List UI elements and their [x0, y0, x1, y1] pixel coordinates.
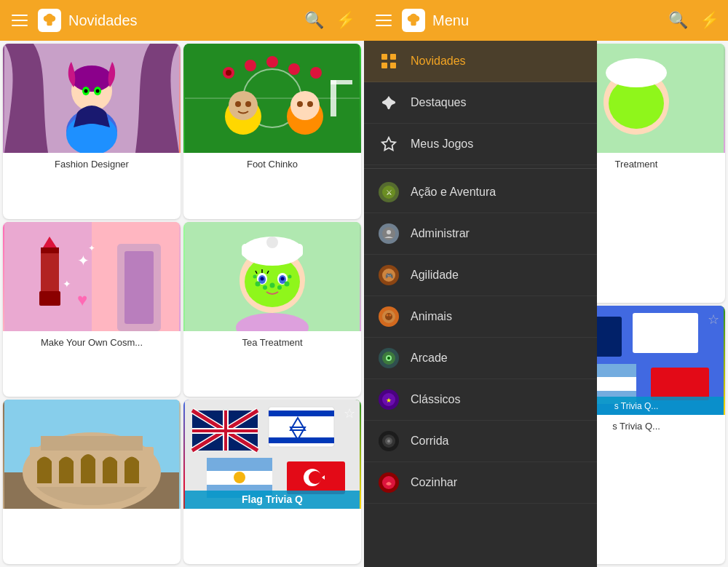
- favorite-icon-flags[interactable]: ☆: [344, 405, 355, 421]
- menu-divider-1: [364, 168, 597, 169]
- game-title-rome: [3, 509, 181, 520]
- menu-icon-administrar: [379, 223, 399, 244]
- svg-point-122: [387, 230, 391, 234]
- menu-label-meus-jogos: Meus Jogos: [411, 138, 473, 151]
- svg-rect-114: [381, 54, 387, 60]
- svg-point-128: [389, 314, 392, 317]
- svg-text:✦: ✦: [88, 243, 95, 253]
- lightning-icon-left[interactable]: ⚡: [336, 11, 355, 30]
- menu-label-destaques: Destaques: [411, 96, 467, 109]
- game-image-tea: [183, 222, 361, 331]
- app-logo-left: [38, 9, 61, 32]
- lightning-icon-right[interactable]: ⚡: [700, 11, 719, 30]
- svg-point-15: [266, 56, 278, 68]
- menu-label-administrar: Administrar: [411, 227, 470, 240]
- menu-item-arcade[interactable]: Arcade: [364, 338, 597, 379]
- svg-text:★: ★: [386, 397, 392, 404]
- left-panel: Novidades 🔍 ⚡: [0, 0, 364, 567]
- game-card-foot[interactable]: Foot Chinko: [183, 44, 361, 219]
- svg-point-50: [281, 277, 285, 280]
- svg-rect-116: [381, 63, 387, 68]
- game-card-fashion[interactable]: Fashion Designer: [3, 44, 181, 219]
- menu-icon-agilidade: 🎮: [379, 265, 399, 285]
- left-header: Novidades 🔍 ⚡: [0, 0, 364, 41]
- game-card-flags[interactable]: ☆: [183, 400, 361, 564]
- svg-point-16: [288, 63, 300, 75]
- left-header-title: Novidades: [68, 12, 297, 29]
- svg-point-24: [297, 101, 303, 107]
- menu-item-destaques[interactable]: Destaques: [364, 82, 597, 124]
- hamburger-menu-right[interactable]: [373, 12, 395, 29]
- svg-point-56: [270, 282, 275, 288]
- svg-rect-78: [192, 429, 258, 432]
- svg-point-59: [253, 274, 257, 278]
- menu-item-administrar[interactable]: Administrar: [364, 213, 597, 255]
- left-header-icons: 🔍 ⚡: [304, 11, 355, 30]
- svg-point-4: [71, 66, 112, 92]
- svg-rect-31: [39, 291, 60, 306]
- menu-item-corrida[interactable]: Corrida: [364, 421, 597, 462]
- svg-point-131: [387, 357, 390, 360]
- menu-label-cozinhar: Cozinhar: [411, 476, 457, 489]
- svg-rect-85: [207, 458, 272, 471]
- menu-icon-meus-jogos: [379, 134, 399, 154]
- game-card-rome[interactable]: [3, 400, 181, 564]
- game-card-cosm[interactable]: ✦ ✦ ✦ ♥ Make Your Own Cosm...: [3, 222, 181, 397]
- svg-text:✦: ✦: [63, 278, 71, 290]
- menu-label-novidades: Novidades: [411, 55, 466, 68]
- game-image-rome: [3, 400, 181, 509]
- menu-icon-animais: [379, 306, 399, 327]
- game-title-cosm: Make Your Own Cosm...: [3, 331, 181, 354]
- menu-label-arcade: Arcade: [411, 352, 448, 365]
- game-card-tea[interactable]: Tea Treatment: [183, 222, 361, 397]
- svg-point-49: [261, 277, 264, 280]
- search-icon-left[interactable]: 🔍: [304, 11, 324, 30]
- svg-point-20: [235, 101, 241, 107]
- svg-point-44: [266, 237, 278, 248]
- game-title-foot: Foot Chinko: [183, 153, 361, 175]
- menu-icon-arcade: [379, 348, 399, 368]
- svg-point-127: [387, 314, 389, 317]
- hamburger-menu[interactable]: [9, 12, 31, 29]
- svg-rect-107: [633, 313, 698, 353]
- game-title-tea: Tea Treatment: [183, 331, 361, 354]
- menu-item-acao[interactable]: ⚔ Ação e Aventura: [364, 172, 597, 213]
- menu-icon-novidades: [379, 51, 399, 71]
- game-image-fashion: [3, 44, 181, 153]
- svg-rect-32: [41, 247, 59, 253]
- svg-text:s Trivia Q...: s Trivia Q...: [614, 401, 659, 411]
- svg-point-17: [310, 67, 322, 79]
- svg-point-8: [96, 90, 100, 93]
- menu-icon-acao: ⚔: [379, 182, 399, 202]
- search-icon-right[interactable]: 🔍: [668, 11, 688, 30]
- menu-item-agilidade[interactable]: 🎮 Agilidade: [364, 255, 597, 296]
- right-header-title: Menu: [432, 12, 661, 29]
- menu-item-meus-jogos[interactable]: Meus Jogos: [364, 124, 597, 165]
- svg-point-126: [385, 313, 392, 320]
- svg-rect-111: [651, 368, 709, 400]
- menu-panel: Novidades Destaques Meus Jogos: [364, 41, 597, 567]
- svg-point-136: [387, 440, 390, 443]
- menu-item-animais[interactable]: Animais: [364, 296, 597, 338]
- menu-item-classicos[interactable]: ★ Clássicos: [364, 379, 597, 421]
- svg-point-13: [226, 70, 232, 76]
- right-header-icons: 🔍 ⚡: [668, 11, 719, 30]
- svg-point-14: [245, 60, 256, 71]
- svg-point-90: [309, 471, 322, 484]
- svg-text:✦: ✦: [77, 253, 90, 269]
- svg-marker-118: [382, 138, 395, 150]
- svg-point-60: [288, 274, 292, 278]
- menu-item-cozinhar[interactable]: Cozinhar: [364, 462, 597, 504]
- menu-icon-classicos: ★: [379, 389, 399, 410]
- menu-label-agilidade: Agilidade: [411, 269, 459, 282]
- svg-text:🎮: 🎮: [385, 271, 394, 280]
- svg-rect-68: [41, 436, 143, 451]
- svg-point-25: [307, 101, 313, 107]
- svg-text:Flag Trivia Q: Flag Trivia Q: [242, 493, 303, 505]
- svg-rect-81: [269, 437, 334, 443]
- svg-rect-80: [269, 411, 334, 416]
- svg-point-55: [263, 285, 267, 290]
- menu-item-novidades[interactable]: Novidades: [364, 41, 597, 82]
- svg-rect-38: [124, 251, 154, 324]
- game-grid-left: Fashion Designer: [0, 41, 364, 567]
